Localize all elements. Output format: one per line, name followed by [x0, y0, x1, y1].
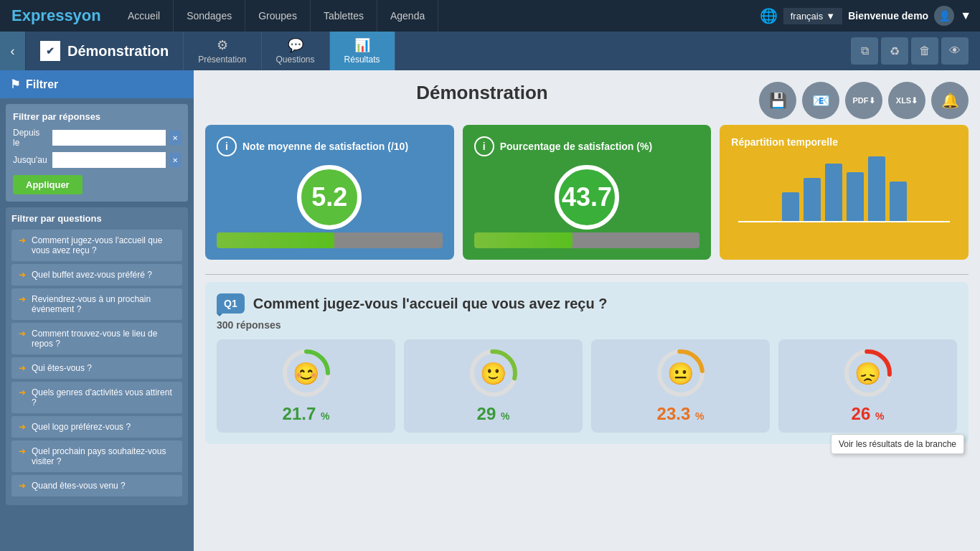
nav-right: 🌐 français ▼ Bienvenue demo 👤 ▼	[751, 6, 980, 26]
survey-title-area: ✔ Démonstration	[26, 32, 184, 70]
jusquau-input[interactable]	[52, 152, 166, 168]
list-item[interactable]: ➜ Quels genres d'activités vous attirent…	[11, 382, 182, 413]
stat-avg-title: Note moyenne de satisfaction (/10)	[242, 141, 408, 152]
chart-baseline	[738, 221, 950, 222]
arrow-icon: ➜	[19, 363, 27, 373]
depuis-label: Depuis le	[13, 128, 48, 148]
list-item[interactable]: ➜ Reviendrez-vous à un prochain événemen…	[11, 288, 182, 320]
save-button[interactable]: 💾	[759, 82, 796, 119]
survey-title: Démonstration	[67, 43, 169, 60]
list-item[interactable]: ➜ Quel logo préférez-vous ?	[11, 416, 182, 438]
questions-icon: 💬	[288, 37, 303, 53]
preview-button[interactable]: 👁	[941, 37, 969, 65]
nav-tablettes[interactable]: Tablettes	[311, 0, 377, 32]
smiley-emoji-3: 😐	[667, 361, 694, 386]
results-area: Démonstration 💾 📧 PDF⬇ XLS⬇ 🔔	[194, 70, 980, 551]
list-item[interactable]: ➜ Comment trouvez-vous le lieu de repos …	[11, 323, 182, 354]
resultats-icon: 📊	[354, 37, 370, 53]
results-header: Démonstration 💾 📧 PDF⬇ XLS⬇ 🔔	[205, 82, 969, 119]
jusquau-clear-button[interactable]: ✕	[170, 153, 181, 167]
bell-icon: 🔔	[941, 92, 959, 109]
depuis-clear-button[interactable]: ✕	[170, 131, 181, 145]
translate-icon: 🌐	[760, 7, 778, 24]
results-title-area: Démonstration	[205, 82, 759, 116]
bar-5	[868, 156, 885, 221]
stat-card-header-temporal: Répartition temporelle	[731, 136, 957, 148]
arrow-icon: ➜	[19, 294, 27, 304]
list-item[interactable]: ➜ Quel buffet avez-vous préféré ?	[11, 264, 182, 286]
filter-jusquau-row: Jusqu'au ✕	[13, 152, 181, 168]
tab-resultats[interactable]: 📊 Résultats	[330, 32, 395, 70]
bar-item-3	[825, 164, 842, 221]
top-navigation: Expressyon Accueil Sondages Groupes Tabl…	[0, 0, 980, 32]
arrow-icon: ➜	[19, 270, 27, 280]
smiley-emoji-1: 😊	[293, 361, 319, 386]
survey-icon: ✔	[40, 41, 60, 61]
progress-fill-pct	[474, 232, 573, 248]
bar-item-6	[890, 182, 907, 221]
stat-pct-title: Pourcentage de satisfaction (%)	[500, 141, 652, 152]
arrow-icon: ➜	[19, 329, 27, 339]
smiley-ring-2: 🙂	[468, 348, 519, 398]
info-icon-pct[interactable]: i	[474, 136, 494, 156]
smiley-pct-1: 21.7 %	[283, 404, 330, 424]
arrow-icon: ➜	[19, 235, 27, 245]
alert-button[interactable]: 🔔	[931, 82, 969, 119]
temporal-bar-chart	[731, 156, 957, 221]
bar-item-4	[847, 172, 864, 221]
list-item[interactable]: ➜ Quand êtes-vous venu ?	[11, 475, 182, 496]
tab-questions[interactable]: 💬 Questions	[262, 32, 330, 70]
smiley-ring-1: 😊	[281, 348, 331, 398]
tab-presentation[interactable]: ⚙ Présentation	[184, 32, 261, 70]
email-button[interactable]: 📧	[802, 82, 839, 119]
smiley-card-4: 😞 26 % Voir les résultats de la branche	[778, 339, 957, 433]
stat-avg-circle: 5.2	[297, 165, 362, 230]
main-content: ⚑ Filtrer Filtrer par réponses Depuis le…	[0, 70, 980, 551]
copy-button[interactable]: ⧉	[851, 37, 878, 65]
nav-agenda[interactable]: Agenda	[377, 0, 438, 32]
nav-accueil[interactable]: Accueil	[115, 0, 174, 32]
smiley-pct-4: 26 %	[852, 404, 885, 424]
info-icon-avg[interactable]: i	[217, 136, 237, 156]
filter-questions-title: Filtrer par questions	[11, 213, 182, 224]
language-selector[interactable]: français ▼	[783, 8, 842, 24]
question-1-section: Q1 Comment jugez-vous l'accueil que vous…	[205, 282, 969, 444]
arrow-icon: ➜	[19, 481, 27, 491]
nav-sondages[interactable]: Sondages	[174, 0, 245, 32]
results-toolbar: 💾 📧 PDF⬇ XLS⬇ 🔔	[759, 82, 969, 119]
pdf-icon: PDF⬇	[853, 96, 875, 105]
pdf-button[interactable]: PDF⬇	[845, 82, 882, 119]
smiley-card-3: 😐 23.3 %	[591, 339, 770, 433]
presentation-icon: ⚙	[217, 37, 228, 53]
question-1-badge: Q1	[217, 293, 245, 314]
user-dropdown-arrow[interactable]: ▼	[960, 9, 971, 22]
depuis-input[interactable]	[52, 130, 166, 146]
survey-actions: ⧉ ♻ 🗑 👁	[851, 37, 980, 65]
smiley-emoji-2: 🙂	[480, 361, 507, 386]
bar-4	[847, 172, 864, 221]
delete-button[interactable]: 🗑	[911, 37, 938, 65]
bar-item-2	[804, 178, 821, 221]
list-item[interactable]: ➜ Quel prochain pays souhaitez-vous visi…	[11, 441, 182, 472]
app-logo: Expressyon	[0, 0, 115, 32]
stat-cards: i Note moyenne de satisfaction (/10) 5.2…	[205, 125, 969, 260]
filter-by-responses: Filtrer par réponses Depuis le ✕ Jusqu'a…	[6, 104, 188, 202]
stat-card-satisfaction-avg: i Note moyenne de satisfaction (/10) 5.2	[205, 125, 454, 260]
bar-1	[782, 192, 799, 221]
nav-groupes[interactable]: Groupes	[245, 0, 311, 32]
list-item[interactable]: ➜ Qui êtes-vous ?	[11, 357, 182, 379]
back-button[interactable]: ‹	[0, 32, 26, 70]
user-avatar[interactable]: 👤	[934, 6, 954, 26]
survey-tabs: ⚙ Présentation 💬 Questions 📊 Résultats	[184, 32, 395, 70]
list-item[interactable]: ➜ Comment jugez-vous l'accueil que vous …	[11, 230, 182, 261]
bar-6	[890, 182, 907, 221]
arrow-icon: ➜	[19, 446, 27, 456]
email-icon: 📧	[812, 92, 830, 109]
xls-button[interactable]: XLS⬇	[888, 82, 925, 119]
smiley-results: 😊 21.7 % 🙂	[217, 339, 957, 433]
recycle-button[interactable]: ♻	[881, 37, 908, 65]
apply-button[interactable]: Appliquer	[13, 175, 83, 194]
smiley-ring-3: 😐	[656, 348, 706, 398]
arrow-icon: ➜	[19, 387, 27, 397]
stat-avg-progress	[217, 232, 443, 248]
